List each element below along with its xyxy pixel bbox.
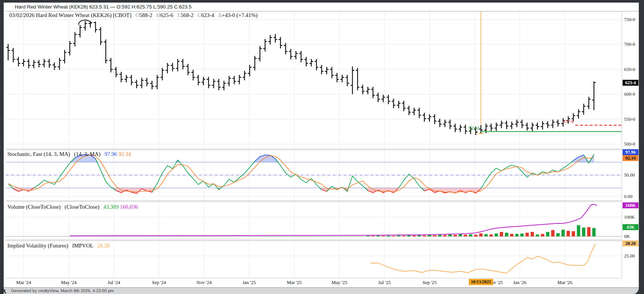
iv-params: IMPVOL bbox=[72, 243, 93, 249]
open-value: 588-2 bbox=[139, 12, 152, 18]
high-label: H bbox=[156, 12, 160, 18]
xaxis-tick-label: May '25 bbox=[332, 280, 347, 286]
low-label: L bbox=[177, 12, 180, 18]
right-axis-tick-label: 650-0 bbox=[624, 66, 635, 72]
right-axis-tick-label: 0.00 bbox=[624, 194, 633, 199]
xaxis-tick-label: Mar '24 bbox=[16, 280, 31, 286]
volume-panel-header: Volume (CloseToClose) (CloseToClose) 43,… bbox=[7, 204, 138, 210]
right-axis-tick-label: 550-0 bbox=[624, 116, 635, 122]
delta-value: +43-0 (+7.41%) bbox=[222, 12, 258, 18]
xaxis-tick-label: Jul '25 bbox=[378, 280, 391, 286]
axis-value-badge: 28.20 bbox=[623, 240, 638, 246]
xaxis-tick-label: Sep '25 bbox=[423, 280, 437, 286]
xaxis-tick-label: Mar '25 bbox=[287, 280, 302, 286]
status-bar: Generated by cmdtyView, March 8th 2026, … bbox=[4, 287, 639, 294]
low-value: 568-2 bbox=[181, 12, 194, 18]
axis-value-badge: 43K bbox=[623, 224, 638, 230]
axis-value-badge: 160K bbox=[623, 202, 638, 208]
right-axis-tick-label: 0K bbox=[624, 233, 630, 239]
right-axis-tick-label: 750-0 bbox=[624, 17, 635, 23]
stochastic-params: (14, 3, MA) bbox=[74, 151, 101, 157]
volume-params: (CloseToClose) bbox=[65, 204, 99, 210]
header-instrument: Hard Red Winter Wheat (KEK26) [CBOT] bbox=[36, 12, 131, 18]
open-label: O bbox=[135, 12, 139, 18]
high-value: 625-6 bbox=[160, 12, 173, 18]
xaxis-tick-label: Jan '25 bbox=[243, 280, 256, 286]
xaxis-tick-label: Nov '24 bbox=[197, 280, 212, 286]
iv-title: Implied Volatility (Futures) bbox=[7, 243, 68, 249]
close-value: 623-4 bbox=[201, 12, 214, 18]
right-axis-tick-label: 600-0 bbox=[624, 91, 635, 97]
xaxis-tick-label: May '24 bbox=[61, 280, 77, 286]
header-date: 03/02/2026 bbox=[9, 12, 34, 18]
implied-volatility-panel-header: Implied Volatility (Futures) IMPVOL 28.2… bbox=[7, 243, 110, 249]
volume-line-value: 160,036 bbox=[120, 204, 138, 210]
xaxis-tick-label: Jul '24 bbox=[108, 280, 120, 286]
stochastic-panel-header: Stochastic, Fast (14, 3, MA) (14, 3, MA)… bbox=[7, 151, 131, 157]
volume-value: 43,389 bbox=[104, 204, 119, 210]
stochastic-d-value: 92.34 bbox=[118, 151, 131, 157]
axis-value-badge: 92.34 bbox=[623, 155, 638, 161]
stochastic-k-value: 97.96 bbox=[105, 151, 117, 157]
support-price-label: 525-0 bbox=[458, 126, 479, 131]
axis-value-badge: 97.96 bbox=[623, 149, 638, 155]
chart-application: Hard Red Winter Wheat (KEK26) 623.5 31 —… bbox=[0, 0, 644, 294]
stochastic-title: Stochastic, Fast (14, 3, MA) bbox=[7, 151, 70, 157]
right-axis-tick-label: 500-0 bbox=[624, 141, 635, 147]
axis-value-badge: 623-4 bbox=[623, 80, 638, 86]
chart-canvas[interactable] bbox=[0, 0, 644, 294]
volume-title: Volume (CloseToClose) bbox=[7, 204, 61, 210]
xaxis-tick-label: Sep '24 bbox=[152, 280, 166, 286]
xaxis-tick-label: Mar '26 bbox=[557, 280, 572, 286]
cursor-icon bbox=[1, 288, 7, 294]
resistance-price-label: 537-6 bbox=[554, 119, 574, 124]
event-date-badge: 10/13/2025 bbox=[469, 279, 493, 285]
price-panel-header: 03/02/2026 Hard Red Winter Wheat (KEK26)… bbox=[9, 12, 258, 18]
iv-value: 28.20 bbox=[97, 243, 110, 249]
right-axis-tick-label: 50.00 bbox=[624, 172, 635, 178]
status-text: Generated by cmdtyView, March 8th 2026, … bbox=[11, 288, 114, 293]
close-label: C bbox=[197, 12, 201, 18]
right-axis-tick-label: 700-0 bbox=[624, 41, 635, 47]
xaxis-tick-label: Jan '26 bbox=[513, 280, 526, 286]
right-axis-tick-label: 100K bbox=[624, 214, 635, 220]
right-axis-tick-label: 25.00 bbox=[624, 253, 635, 259]
delta-icon: Δ bbox=[218, 12, 222, 18]
